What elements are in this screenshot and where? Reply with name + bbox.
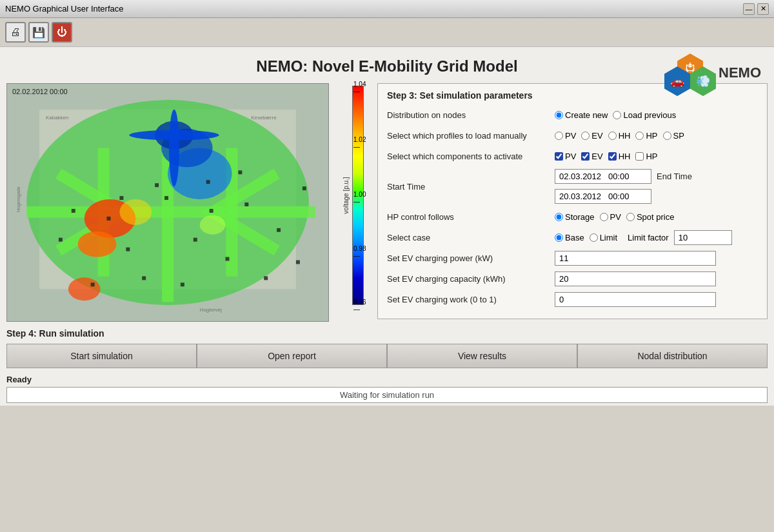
ev-work-row: Set EV charging work (0 to 1) — [387, 291, 758, 307]
svg-rect-29 — [142, 276, 146, 280]
profile-hp-input[interactable] — [635, 132, 644, 140]
tick-1.02: 1.02— — [353, 136, 367, 150]
profile-sp-input[interactable] — [663, 132, 671, 140]
comp-ev-input[interactable] — [581, 152, 590, 161]
time-row: Start Time End Time — [387, 169, 758, 204]
hp-control-label: HP control follows — [387, 212, 555, 222]
ev-capacity-label: Set EV charging capacity (kWh) — [387, 274, 555, 284]
radio-create-new-input[interactable] — [555, 111, 563, 119]
case-limit-input[interactable] — [590, 233, 598, 242]
hp-storage-input[interactable] — [555, 213, 563, 221]
end-time-label: End Time — [657, 172, 692, 181]
start-time-label: Start Time — [387, 182, 555, 192]
comp-ev-label: EV — [591, 152, 602, 161]
time-controls: End Time — [555, 169, 758, 204]
radio-load-previous-input[interactable] — [613, 111, 621, 119]
components-label: Select which components to activate — [387, 152, 555, 161]
hp-storage-label: Storage — [565, 212, 595, 222]
hp-pv[interactable]: PV — [600, 212, 621, 222]
profile-sp-label: SP — [673, 131, 684, 141]
comp-ev[interactable]: EV — [581, 152, 602, 161]
comp-pv-input[interactable] — [555, 152, 563, 161]
profile-hh-input[interactable] — [608, 132, 617, 140]
svg-point-17 — [119, 199, 152, 225]
title-bar: NEMO Graphical User Interface — ✕ — [0, 0, 774, 18]
ev-capacity-input[interactable] — [555, 271, 716, 286]
hp-control-row: HP control follows Storage PV Spot pr — [387, 209, 758, 224]
status-bar: Ready Waiting for simulation run — [0, 372, 774, 406]
svg-rect-30 — [181, 282, 184, 286]
nodal-distribution-button[interactable]: Nodal distribution — [577, 344, 768, 368]
profile-hh[interactable]: HH — [608, 131, 631, 141]
open-report-button[interactable]: Open report — [197, 344, 387, 368]
ev-work-input[interactable] — [555, 292, 716, 307]
svg-rect-22 — [126, 248, 130, 251]
comp-hp-label: HP — [646, 152, 657, 161]
svg-text:Kabakken: Kabakken — [46, 115, 68, 121]
end-time-input[interactable] — [555, 189, 651, 204]
ev-work-label: Set EV charging work (0 to 1) — [387, 295, 555, 304]
profile-hh-label: HH — [619, 131, 631, 141]
close-button[interactable]: ✕ — [757, 3, 769, 15]
profile-pv-input[interactable] — [555, 132, 563, 140]
map-timestamp: 02.02.2012 00:00 — [12, 88, 68, 95]
colorbar-axis-label: voltage [p.u.] — [342, 177, 350, 213]
window-title: NEMO Graphical User Interface — [5, 4, 124, 14]
hp-storage[interactable]: Storage — [555, 212, 595, 222]
distribution-label: Distribution on nodes — [387, 110, 555, 120]
comp-hp-input[interactable] — [635, 152, 644, 161]
profile-ev-input[interactable] — [581, 132, 590, 140]
profiles-row: Select which profiles to load manually P… — [387, 128, 758, 143]
print-button[interactable]: 🖨 — [5, 22, 26, 43]
profiles-label: Select which profiles to load manually — [387, 131, 555, 141]
comp-pv[interactable]: PV — [555, 152, 576, 161]
hp-pv-input[interactable] — [600, 213, 608, 221]
step4-section: Step 4: Run simulation Start simulation … — [0, 322, 774, 372]
hp-spot-price[interactable]: Spot price — [626, 212, 675, 222]
profile-hp-label: HP — [646, 131, 657, 141]
start-time-input[interactable] — [555, 169, 651, 184]
profile-ev[interactable]: EV — [581, 131, 602, 141]
svg-rect-21 — [210, 209, 213, 213]
content-row: 02.02.2012 00:00 — [0, 83, 774, 322]
view-results-button[interactable]: View results — [387, 344, 577, 368]
profile-ev-label: EV — [591, 131, 602, 141]
comp-hh-input[interactable] — [608, 152, 617, 161]
comp-hh[interactable]: HH — [608, 152, 631, 161]
minimize-button[interactable]: — — [743, 3, 755, 15]
profile-hp[interactable]: HP — [635, 131, 657, 141]
ev-work-controls — [555, 292, 716, 307]
status-message: Waiting for simulation run — [6, 387, 768, 403]
svg-text:Kirsebærre: Kirsebærre — [251, 115, 277, 121]
svg-rect-20 — [164, 196, 168, 200]
comp-hp[interactable]: HP — [635, 152, 657, 161]
svg-rect-38 — [296, 261, 300, 264]
step4-title: Step 4: Run simulation — [6, 328, 768, 339]
power-button[interactable]: ⏻ — [52, 22, 72, 43]
svg-rect-35 — [238, 170, 242, 174]
hp-spot-price-input[interactable] — [626, 213, 635, 221]
case-controls: Base Limit Limit factor — [555, 230, 732, 245]
case-limit[interactable]: Limit — [590, 233, 617, 242]
tick-1.04: 1.04— — [353, 81, 367, 95]
svg-point-18 — [200, 215, 226, 235]
svg-text:Hugtorvej: Hugtorvej — [200, 307, 222, 313]
ev-power-input[interactable] — [555, 251, 716, 266]
radio-create-new[interactable]: Create new — [555, 110, 608, 120]
map-svg: Kabakken Kirsebærre Hogensgade Hugtorvej — [7, 84, 328, 321]
nemo-logo: 🚗 💨 NEMO — [664, 54, 761, 92]
case-base[interactable]: Base — [555, 233, 584, 242]
logo-text: NEMO — [719, 64, 761, 81]
logo-hexagons: 🚗 💨 — [664, 54, 716, 92]
tick-1.00: 1.00— — [353, 191, 367, 205]
start-simulation-button[interactable]: Start simulation — [6, 344, 197, 368]
case-base-input[interactable] — [555, 233, 563, 242]
ev-capacity-controls — [555, 271, 716, 286]
profile-sp[interactable]: SP — [663, 131, 684, 141]
radio-load-previous[interactable]: Load previous — [613, 110, 676, 120]
tick-0.98: 0.98— — [353, 245, 367, 259]
limit-factor-input[interactable] — [674, 230, 732, 245]
svg-rect-37 — [206, 180, 210, 184]
save-button[interactable]: 💾 — [28, 22, 49, 43]
profile-pv[interactable]: PV — [555, 131, 576, 141]
